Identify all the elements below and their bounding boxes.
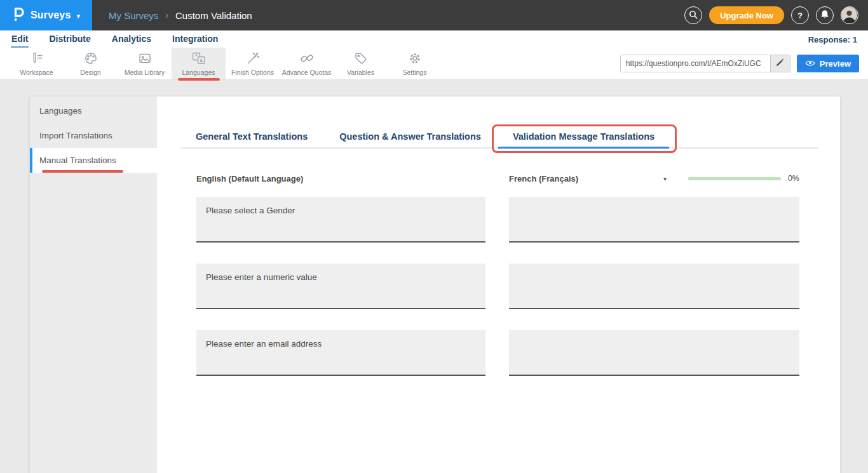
translation-row: Please select a Gender bbox=[196, 197, 818, 243]
design-icon bbox=[84, 51, 98, 65]
annotation-underline-manual-translations bbox=[42, 170, 123, 173]
toolbar-label: Workspace bbox=[20, 69, 53, 76]
toolbar-item-variables[interactable]: Variables bbox=[334, 48, 388, 79]
tab-validation-message-translations[interactable]: Validation Message Translations bbox=[497, 128, 670, 147]
topbar-actions: Upgrade Now ? bbox=[684, 6, 868, 24]
target-language-value: French (Français) bbox=[509, 174, 578, 183]
translations-panel: Languages Import Translations Manual Tra… bbox=[30, 97, 840, 473]
source-language-header: English (Default Language) bbox=[196, 174, 303, 183]
toolbar-label: Languages bbox=[182, 69, 215, 76]
workspace-icon bbox=[30, 51, 44, 65]
toolbar-label: Variables bbox=[347, 69, 374, 76]
pencil-icon bbox=[776, 58, 784, 69]
translation-input-gender[interactable] bbox=[509, 197, 799, 243]
translation-input-numeric[interactable] bbox=[509, 263, 799, 309]
active-tab-underline bbox=[498, 147, 669, 149]
language-columns-header: English (Default Language) French (Franç… bbox=[196, 173, 818, 184]
user-avatar[interactable] bbox=[841, 6, 858, 24]
target-language-select[interactable]: French (Français) ▾ bbox=[509, 174, 667, 183]
toolbar-item-media-library[interactable]: Media Library bbox=[118, 48, 172, 79]
translation-progress-percent: 0% bbox=[788, 174, 799, 183]
questionpro-logo-icon bbox=[12, 6, 25, 24]
chevron-down-icon: ▾ bbox=[663, 175, 667, 182]
sidebar-item-label: Manual Translations bbox=[39, 156, 116, 165]
preview-button[interactable]: Preview bbox=[797, 55, 859, 72]
breadcrumb-separator: › bbox=[165, 10, 168, 20]
sidebar-item-import-translations[interactable]: Import Translations bbox=[30, 123, 157, 148]
toolbar-label: Design bbox=[80, 69, 101, 76]
annotation-underline-languages bbox=[178, 78, 220, 81]
breadcrumb-my-surveys[interactable]: My Surveys bbox=[109, 10, 158, 21]
help-button[interactable]: ? bbox=[791, 6, 809, 24]
tab-general-text-translations[interactable]: General Text Translations bbox=[180, 128, 323, 147]
variables-icon bbox=[354, 51, 368, 65]
toolbar-label: Settings bbox=[403, 69, 427, 76]
chevron-down-icon: ▾ bbox=[77, 12, 81, 20]
source-text-gender: Please select a Gender bbox=[196, 197, 485, 243]
edit-url-button[interactable] bbox=[770, 55, 790, 72]
top-bar: Surveys ▾ My Surveys › Custom Validation… bbox=[0, 0, 868, 30]
languages-sidebar: Languages Import Translations Manual Tra… bbox=[30, 97, 157, 473]
toolbar-label: Finish Options bbox=[231, 69, 274, 76]
search-button[interactable] bbox=[684, 6, 702, 24]
advance-quotas-icon bbox=[299, 51, 315, 65]
toolbar-item-workspace[interactable]: Workspace bbox=[10, 48, 64, 79]
sidebar-item-languages[interactable]: Languages bbox=[30, 98, 157, 123]
translation-row: Please enter a numeric value bbox=[196, 263, 818, 309]
tab-question-answer-translations[interactable]: Question & Answer Translations bbox=[323, 128, 497, 147]
languages-icon: * A bbox=[191, 51, 207, 65]
product-menu[interactable]: Surveys ▾ bbox=[0, 0, 92, 30]
manual-translations-content: General Text Translations Question & Ans… bbox=[157, 97, 840, 473]
toolbar-item-design[interactable]: Design bbox=[64, 48, 118, 79]
toolbar-item-finish-options[interactable]: Finish Options bbox=[226, 48, 280, 79]
tab-label: Validation Message Translations bbox=[513, 131, 654, 142]
toolbar-item-languages[interactable]: * A Languages bbox=[172, 48, 226, 79]
tab-analytics[interactable]: Analytics bbox=[111, 32, 152, 48]
toolbar-item-advance-quotas[interactable]: Advance Quotas bbox=[280, 48, 334, 79]
tab-integration[interactable]: Integration bbox=[172, 32, 219, 48]
source-text-numeric: Please enter a numeric value bbox=[196, 263, 485, 309]
toolbar-label: Media Library bbox=[125, 69, 165, 76]
translation-rows: Please select a Gender Please enter a nu… bbox=[196, 197, 818, 376]
tab-edit[interactable]: Edit bbox=[11, 32, 29, 48]
survey-url-box bbox=[620, 55, 790, 72]
toolbar-item-settings[interactable]: Settings bbox=[388, 48, 442, 79]
finish-options-icon bbox=[246, 51, 260, 65]
survey-nav-bar: Edit Distribute Analytics Integration Re… bbox=[0, 30, 868, 48]
settings-icon bbox=[408, 51, 422, 65]
eye-icon bbox=[805, 59, 815, 69]
product-label: Surveys bbox=[31, 10, 71, 21]
response-count: Response: 1 bbox=[808, 35, 857, 48]
edit-toolbar: Workspace Design Media Library * bbox=[0, 48, 868, 80]
sidebar-item-manual-translations[interactable]: Manual Translations bbox=[30, 148, 157, 173]
bell-icon bbox=[820, 10, 829, 21]
translation-progress-bar bbox=[688, 177, 781, 180]
question-mark-icon: ? bbox=[797, 11, 803, 20]
toolbar-right: Preview bbox=[620, 55, 859, 72]
breadcrumb-current: Custom Validation bbox=[175, 10, 252, 21]
translation-row: Please enter an email address bbox=[196, 330, 818, 376]
svg-text:A: A bbox=[200, 57, 203, 63]
search-icon bbox=[689, 10, 698, 21]
translation-input-email[interactable] bbox=[509, 330, 799, 376]
preview-label: Preview bbox=[820, 59, 851, 69]
upgrade-now-button[interactable]: Upgrade Now bbox=[709, 6, 784, 24]
svg-text:*: * bbox=[195, 53, 198, 60]
notifications-button[interactable] bbox=[816, 6, 834, 24]
source-text-email: Please enter an email address bbox=[196, 330, 485, 376]
tab-distribute[interactable]: Distribute bbox=[48, 32, 91, 48]
translation-tab-row: General Text Translations Question & Ans… bbox=[180, 128, 818, 149]
toolbar-label: Advance Quotas bbox=[282, 69, 332, 76]
media-library-icon bbox=[138, 51, 152, 65]
breadcrumb: My Surveys › Custom Validation bbox=[109, 10, 252, 21]
survey-url-input[interactable] bbox=[621, 55, 770, 72]
